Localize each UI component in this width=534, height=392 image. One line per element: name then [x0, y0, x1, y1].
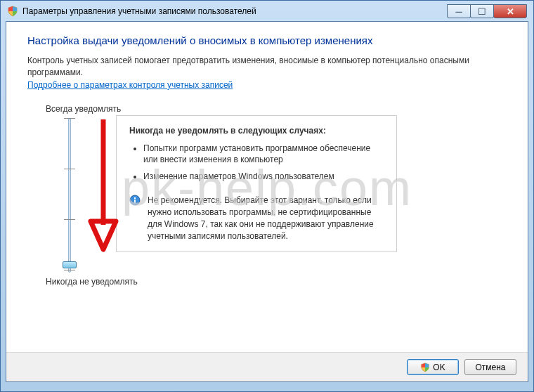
shield-icon: [7, 6, 18, 17]
cancel-label: Отмена: [475, 362, 505, 372]
close-button[interactable]: ✕: [493, 4, 527, 18]
maximize-button[interactable]: ☐: [470, 4, 494, 18]
content-pane: Настройка выдачи уведомлений о вносимых …: [6, 21, 528, 382]
uac-slider[interactable]: [60, 118, 79, 273]
slider-label-bottom: Никогда не уведомлять: [46, 277, 507, 287]
shield-icon: [420, 362, 430, 372]
svg-rect-4: [134, 197, 136, 199]
slider-thumb[interactable]: [63, 261, 77, 268]
titlebar[interactable]: Параметры управления учетными записями п…: [6, 6, 528, 21]
level-info-panel: Никогда не уведомлять в следующих случая…: [116, 115, 397, 253]
svg-marker-1: [91, 221, 116, 249]
window-buttons: ─ ☐ ✕: [448, 4, 527, 18]
ok-label: OK: [433, 362, 445, 372]
slider-label-top: Всегда уведомлять: [46, 104, 507, 114]
minimize-button[interactable]: ─: [447, 4, 471, 18]
uac-settings-window: Параметры управления учетными записями п…: [0, 0, 534, 392]
info-icon: [129, 195, 141, 208]
cancel-button[interactable]: Отмена: [464, 359, 516, 375]
dialog-footer: OK Отмена: [6, 352, 528, 381]
panel-bullet: Изменение параметров Windows пользовател…: [143, 171, 384, 182]
panel-bullet: Попытки программ установить программное …: [143, 143, 384, 165]
ok-button[interactable]: OK: [407, 359, 459, 375]
panel-heading: Никогда не уведомлять в следующих случая…: [129, 126, 326, 136]
window-title: Параметры управления учетными записями п…: [22, 6, 448, 16]
panel-info-text: Не рекомендуется. Выбирайте этот вариант…: [148, 195, 384, 242]
svg-rect-3: [134, 200, 136, 203]
page-description: Контроль учетных записей помогает предот…: [27, 55, 507, 79]
page-heading: Настройка выдачи уведомлений о вносимых …: [27, 34, 507, 46]
learn-more-link[interactable]: Подробнее о параметрах контроля учетных …: [27, 80, 233, 90]
